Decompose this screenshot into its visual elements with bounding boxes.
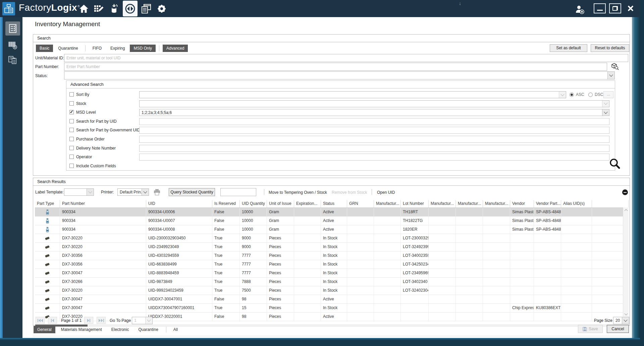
status-dropdown[interactable] (64, 71, 615, 79)
column-header-manufactur-[interactable]: Manufactur... (483, 200, 510, 208)
bottom-tab-materials-management[interactable]: Materials Management (57, 326, 106, 333)
query-stocked-quantity-button[interactable]: Query Stocked Quantity (169, 188, 215, 196)
search-submit-icon[interactable] (609, 158, 621, 171)
search-tab-fifo[interactable]: FIFO (89, 45, 105, 52)
table-row[interactable]: DX7-30356UID-4303294559True7777PiecesIn … (35, 251, 629, 260)
table-row[interactable]: 900334900334-U0007False10000GramActiveTH… (35, 217, 629, 225)
unit-material-id-input[interactable] (64, 54, 628, 62)
checkbox-2[interactable] (69, 110, 74, 114)
column-header-unit-of-issue[interactable]: Unit of Issue (267, 200, 294, 208)
dsc-radio[interactable] (588, 93, 593, 97)
column-header-grn[interactable]: GRN (347, 200, 374, 208)
sidebar-item-inventory[interactable] (5, 21, 20, 36)
column-header-manufactur-[interactable]: Manufactur... (374, 200, 401, 208)
scroll-down-icon[interactable] (623, 311, 629, 316)
search-tab-quarantine[interactable]: Quarantine (54, 45, 82, 52)
search-tab-basic[interactable]: Basic (36, 45, 53, 52)
set-as-default-button[interactable]: Set as default (550, 44, 587, 52)
checkbox-7[interactable] (69, 155, 74, 159)
open-uid-link[interactable]: Open UID (377, 190, 395, 195)
minimize-button[interactable] (594, 3, 606, 13)
bottom-tab-general[interactable]: General (34, 326, 55, 333)
close-button[interactable] (625, 3, 637, 13)
vertical-scrollbar[interactable] (623, 208, 629, 316)
bottom-tab-all[interactable]: All (170, 326, 181, 333)
printer-dropdown[interactable]: Default Prin... (117, 188, 149, 196)
column-header-lot-number[interactable]: Lot Number (401, 200, 429, 208)
table-row[interactable]: DX7-30266UID-9873849True7888PiecesIn Sto… (35, 278, 629, 286)
home-icon[interactable] (78, 3, 89, 14)
sidebar-item-barcode-add[interactable] (5, 38, 20, 52)
restore-button[interactable] (609, 3, 621, 13)
search-tab-expiring[interactable]: Expiring (107, 45, 128, 52)
logout-user-icon[interactable] (574, 4, 585, 15)
last-page-button[interactable] (97, 317, 106, 324)
column-header-part-type[interactable]: Part Type (35, 200, 60, 208)
logistics-icon[interactable] (123, 1, 138, 16)
table-row[interactable]: DX7-30047UIDDX7-30047001False98PiecesAct… (35, 295, 629, 304)
checkbox-8[interactable] (69, 164, 74, 168)
part-lookup-cube-search-icon[interactable] (611, 63, 619, 72)
column-header-alias-uid-s-[interactable]: Alias UID(s) (561, 200, 592, 208)
page-size-dropdown[interactable]: 20 (613, 317, 629, 324)
checkbox-3[interactable] (69, 119, 74, 123)
search-tab-advanced[interactable]: Advanced (163, 45, 188, 52)
reset-to-defaults-button[interactable]: Reset to defaults (591, 44, 629, 52)
move-to-tempering-oven-link[interactable]: Move to Tempering Oven / Stock (269, 190, 327, 195)
operator-input[interactable] (139, 154, 609, 161)
materials-receiving-icon[interactable] (109, 3, 119, 14)
sidebar-item-copy-records[interactable] (5, 53, 20, 67)
save-button[interactable]: Save (578, 325, 603, 333)
asc-radio[interactable] (570, 93, 574, 97)
sort-by-dropdown[interactable] (139, 91, 566, 98)
table-row[interactable]: DX7-30356UID-663838499True7777PiecesIn S… (35, 260, 629, 269)
label-template-dropdown[interactable] (64, 188, 94, 196)
settings-gear-icon[interactable] (156, 3, 167, 14)
next-page-button[interactable] (84, 317, 93, 324)
table-row[interactable]: DX7-30220UID-999234023459True7500PiecesI… (35, 286, 629, 295)
table-row[interactable]: DX7-30047UID-8883948459True7777PiecesIn … (35, 269, 629, 278)
checkbox-4[interactable] (69, 128, 74, 132)
more-options-button[interactable]: ... (603, 91, 613, 98)
stock-dropdown[interactable] (139, 100, 609, 107)
column-header-uid[interactable]: UID (146, 200, 212, 208)
table-row[interactable]: DX7-30047UIDDX730047907160001True15Piece… (35, 304, 629, 312)
quantity-input[interactable] (220, 188, 256, 196)
bottom-tab-electronic[interactable]: Electronic (108, 326, 133, 333)
part-number-input[interactable] (64, 63, 607, 71)
collapse-panel-icon[interactable] (622, 189, 628, 195)
checkbox-1[interactable] (69, 101, 74, 106)
checkbox-0[interactable] (69, 92, 74, 97)
search-for-part-by-uid-input[interactable] (139, 118, 609, 125)
previous-page-button[interactable] (48, 317, 57, 324)
column-header-status[interactable]: Status (321, 200, 347, 208)
remove-from-stock-link[interactable]: Remove from Stock (332, 190, 367, 195)
reports-icon[interactable] (141, 3, 152, 14)
column-header-vendor-part-[interactable]: Vendor Part... (534, 200, 561, 208)
production-planning-icon[interactable] (93, 3, 104, 14)
column-header-part-number[interactable]: Part Number (60, 200, 146, 208)
column-header-expiration-[interactable]: Expiration... (294, 200, 321, 208)
column-header-manufactur-[interactable]: Manufactur... (456, 200, 483, 208)
search-for-part-by-government-uid-input[interactable] (139, 127, 609, 134)
scroll-up-icon[interactable] (623, 208, 629, 213)
table-row[interactable]: DX7-30220UID-2349923049True9000PiecesIn … (35, 243, 629, 251)
column-header-uid-quantity[interactable]: UID Quantity (240, 200, 267, 208)
delivery-note-number-input[interactable] (139, 145, 609, 152)
checkbox-6[interactable] (69, 146, 74, 150)
table-row[interactable]: 900334900334-U0008False10000GramActive18… (35, 225, 629, 234)
print-icon[interactable] (153, 188, 161, 197)
msd-level-dropdown[interactable]: 1;2;2a;3;4;5;5a;6 (139, 109, 609, 116)
table-row[interactable]: 900334900334-U0006False10000GramActiveTH… (35, 208, 629, 217)
table-row[interactable]: DX7-30220UID-2300032903450True9000Pieces… (35, 234, 629, 243)
cancel-button[interactable]: Cancel (607, 325, 629, 333)
first-page-button[interactable] (36, 317, 45, 324)
go-to-page-dropdown[interactable]: 1 (132, 317, 153, 324)
bottom-tab-quarantine[interactable]: Quarantine (135, 326, 162, 333)
column-header-is-reserved[interactable]: Is Reserved (212, 200, 240, 208)
column-header-vendor[interactable]: Vendor (510, 200, 534, 208)
checkbox-5[interactable] (69, 137, 74, 141)
column-header-manufactur-[interactable]: Manufactur... (429, 200, 456, 208)
purchase-order-input[interactable] (139, 136, 609, 143)
search-tab-msd-only[interactable]: MSD Only (130, 45, 156, 52)
